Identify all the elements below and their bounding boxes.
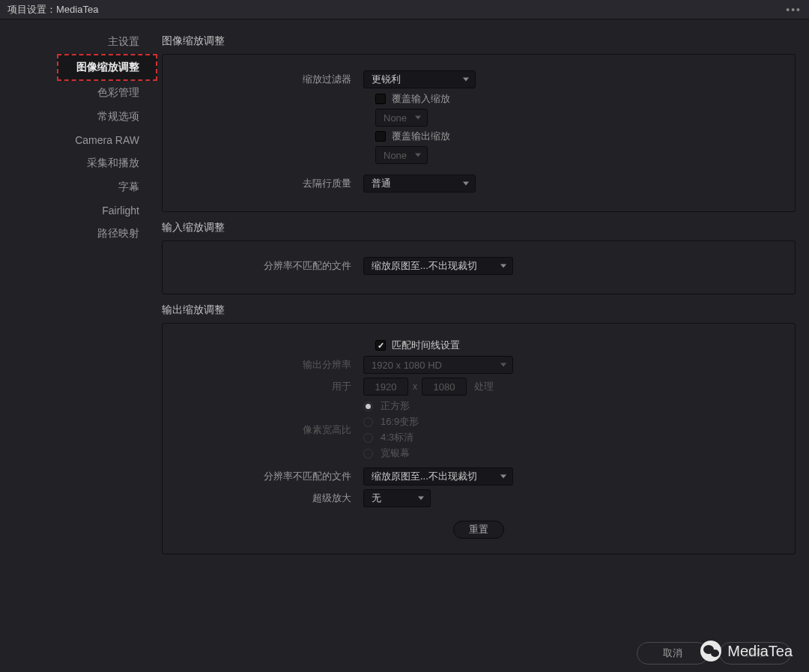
sidebar-item-fairlight[interactable]: Fairlight <box>0 199 157 222</box>
label-override-output: 覆盖输出缩放 <box>392 130 450 143</box>
sidebar-item-path-mapping[interactable]: 路径映射 <box>0 222 157 246</box>
radio-par-43 <box>363 433 373 443</box>
select-resize-filter[interactable]: 更锐利 <box>363 70 476 88</box>
section-title-image-scaling: 图像缩放调整 <box>162 34 796 48</box>
label-for: 用于 <box>178 380 363 393</box>
select-override-input-value: None <box>375 109 428 127</box>
checkbox-match-timeline[interactable] <box>375 340 386 351</box>
radio-par-cinemascope <box>363 449 373 458</box>
save-button[interactable]: 保存 <box>719 642 791 665</box>
label-input-mismatch: 分辨率不匹配的文件 <box>178 259 363 273</box>
input-height: 1080 <box>422 378 467 396</box>
section-title-output-scaling: 输出缩放调整 <box>162 303 796 317</box>
footer: 取消 保存 <box>0 635 809 672</box>
sidebar-item-capture-playback[interactable]: 采集和播放 <box>0 151 157 175</box>
select-deinterlace[interactable]: 普通 <box>363 175 476 193</box>
sidebar: 主设置 图像缩放调整 色彩管理 常规选项 Camera RAW 采集和播放 字幕… <box>0 19 157 635</box>
panel-input-scaling: 分辨率不匹配的文件 缩放原图至...不出现裁切 <box>162 240 796 294</box>
section-title-input-scaling: 输入缩放调整 <box>162 221 796 234</box>
radio-par-169 <box>363 417 373 427</box>
select-output-resolution: 1920 x 1080 HD <box>363 356 513 374</box>
checkbox-override-input[interactable] <box>375 94 386 104</box>
cancel-button[interactable]: 取消 <box>637 642 709 665</box>
main-container: 主设置 图像缩放调整 色彩管理 常规选项 Camera RAW 采集和播放 字幕… <box>0 19 809 635</box>
panel-image-scaling: 缩放过滤器 更锐利 覆盖输入缩放 None 覆盖输出缩放 None 去隔行质量 … <box>162 54 796 212</box>
label-deinterlace: 去隔行质量 <box>178 177 363 190</box>
sidebar-item-camera-raw[interactable]: Camera RAW <box>0 129 157 151</box>
label-match-timeline: 匹配时间线设置 <box>392 339 460 352</box>
label-x: x <box>413 381 417 392</box>
overflow-menu-icon[interactable]: ••• <box>786 4 802 16</box>
label-output-resolution: 输出分辨率 <box>178 358 363 372</box>
window-title: 项目设置：MediaTea <box>7 3 98 16</box>
sidebar-item-subtitles[interactable]: 字幕 <box>0 175 157 199</box>
label-output-mismatch: 分辨率不匹配的文件 <box>178 470 363 483</box>
sidebar-item-main[interactable]: 主设置 <box>0 30 157 54</box>
label-resize-filter: 缩放过滤器 <box>178 73 363 86</box>
panel-output-scaling: 匹配时间线设置 输出分辨率 1920 x 1080 HD 用于 1920 x 1… <box>162 323 796 554</box>
label-par: 像素宽高比 <box>178 423 363 437</box>
checkbox-override-output[interactable] <box>375 131 386 142</box>
select-input-mismatch[interactable]: 缩放原图至...不出现裁切 <box>363 257 513 275</box>
reset-button[interactable]: 重置 <box>453 521 504 539</box>
radio-par-square <box>363 402 373 411</box>
sidebar-item-color-management[interactable]: 色彩管理 <box>0 81 157 105</box>
label-override-input: 覆盖输入缩放 <box>392 92 450 106</box>
sidebar-item-general[interactable]: 常规选项 <box>0 105 157 129</box>
main-panel: 图像缩放调整 缩放过滤器 更锐利 覆盖输入缩放 None 覆盖输出缩放 None… <box>157 19 809 635</box>
select-super-scale[interactable]: 无 <box>363 489 431 507</box>
sidebar-item-image-scaling[interactable]: 图像缩放调整 <box>57 54 157 81</box>
select-override-output-value: None <box>375 146 428 164</box>
titlebar: 项目设置：MediaTea ••• <box>0 0 809 19</box>
input-width: 1920 <box>363 378 408 396</box>
label-process: 处理 <box>474 380 494 393</box>
label-super-scale: 超级放大 <box>178 491 363 505</box>
select-output-mismatch[interactable]: 缩放原图至...不出现裁切 <box>363 467 513 485</box>
